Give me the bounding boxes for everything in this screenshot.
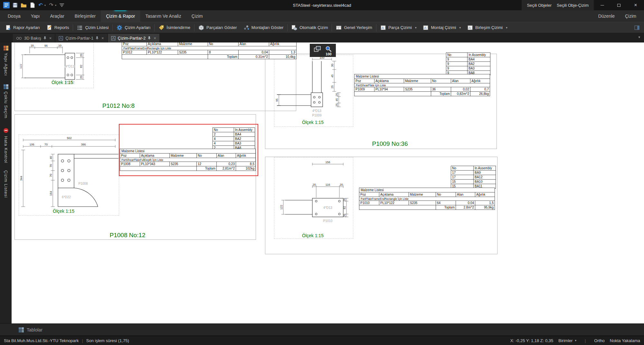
cizim-ayarlari-button[interactable]: Çizim Ayarları — [113, 23, 154, 32]
zoom-tool[interactable]: 100 — [325, 46, 332, 56]
copy-view-icon[interactable] — [314, 46, 321, 53]
tab-list-chevron-icon[interactable]: ▾ — [638, 35, 640, 39]
tab-cizim-right[interactable]: Çizim — [620, 10, 641, 22]
doc-tab-3d-bakis[interactable]: 3D Bakış × — [13, 34, 55, 42]
dim-label: 100 — [319, 57, 324, 59]
doc-tab-cizim-partlar-2[interactable]: Çizim-Partlar-2 × — [108, 34, 159, 42]
part-drawing-p1012[interactable]: 20 96 20 122 20 82 20 4*D13 P1012 — [20, 42, 104, 85]
dim-label: 20 — [80, 54, 83, 57]
toolbar-separator — [287, 24, 288, 31]
zoom-overlay: 100 — [310, 44, 336, 57]
minimize-button[interactable] — [594, 0, 611, 10]
material-table-p1009[interactable]: Malzeme Listesi Poz Açıklama Malzeme No … — [354, 74, 490, 96]
snap-toggle[interactable]: Nokta Yakalama — [610, 338, 640, 343]
part-drawing-p1010[interactable]: 156 20 116 20 122 20 82 20 4*D13 P1010 — [274, 159, 353, 227]
otomatik-cizim-button[interactable]: Otomatik Çizim — [288, 23, 331, 32]
tab-dosya[interactable]: Dosya — [3, 10, 26, 22]
parcalari-goster-button[interactable]: Parçaları Göster — [195, 23, 240, 32]
tab-yapi[interactable]: Yapı — [26, 10, 45, 22]
assembly-table-p1008[interactable]: No In Assembly 2 BA4 4 BA2 4 BA3 2 BA8 — [213, 127, 255, 150]
pin-icon[interactable] — [43, 36, 46, 40]
title-bar: STASteel -seyirterası.steel4cad ↶ ▾ ↷ ▾ — [0, 0, 644, 10]
tab-duzenle[interactable]: Düzenle — [593, 10, 620, 22]
close-tab-icon[interactable]: × — [49, 36, 52, 41]
sidebar-item-yapi-agaci[interactable]: Yapı Ağacı — [4, 53, 8, 76]
tab-araclar[interactable]: Araçlar — [45, 10, 69, 22]
material-table-p1008[interactable]: Malzeme Listesi Poz Açıklama Malzeme No … — [120, 149, 256, 171]
table-row: 2 BA4 — [213, 132, 255, 136]
isimlendirme-button[interactable]: İsimlendirme — [155, 23, 194, 32]
dim-label: 96 — [44, 44, 48, 47]
dim-label: 562 — [67, 136, 71, 140]
doc-tab-cizim-partlar-1[interactable]: Çizim-Partlar-1 × — [55, 34, 107, 42]
parca-cizimi-button[interactable]: Parça Çizimi ▾ — [377, 23, 420, 32]
tab-cizim-rapor[interactable]: Test Çizim & Rapor — [101, 10, 140, 22]
sidebar-item-cizim-listesi[interactable]: Çizim Listesi — [4, 170, 8, 198]
table-total-row: Toplam 0.31m^2 10,4kg — [122, 54, 296, 59]
selected-objects-label[interactable]: Seçili Objeler — [524, 3, 554, 8]
tab-tasarim-analiz[interactable]: Tasarım Ve Analiz — [140, 10, 186, 22]
tables-panel-bar[interactable]: Tablolar — [0, 323, 644, 336]
last-operation-time: Son işlem süresi (1,75) — [86, 338, 129, 343]
ribbon-tab-bar: Dosya Yapı Araçlar Birleşimler Test Çizi… — [0, 10, 644, 22]
close-button[interactable]: × — [627, 0, 644, 10]
part-number-label: P1010 — [323, 219, 333, 223]
dim-label: 70 — [44, 143, 48, 146]
part-drawing-p1009[interactable]: 100 30 45 25 95 25 45 25 4*D13 P1009 — [274, 57, 353, 120]
genel-yerlesim-button[interactable]: Genel Yerleşim — [333, 23, 375, 32]
montajlari-goster-button[interactable]: Montajları Göster — [240, 23, 287, 32]
sidebar-item-hata-kontrol[interactable]: Hata Kontrol — [4, 136, 8, 163]
ortho-toggle[interactable]: Ortho — [594, 338, 605, 343]
rapor-ayarlari-button[interactable]: Rapor Ayarları — [2, 23, 43, 32]
table-data-row: P1012 PL10*122 S235 8 0,04 1,3 — [122, 50, 296, 54]
bolt-count-label: 6*D22 — [62, 195, 71, 199]
dim-label: 70 — [49, 164, 52, 167]
units-dropdown[interactable]: Birimler ▾ — [558, 338, 576, 343]
pin-icon[interactable] — [148, 36, 151, 40]
open-folder-icon[interactable] — [21, 2, 27, 8]
tab-cizim[interactable]: Çizim — [186, 10, 208, 22]
montaj-cizimi-button[interactable]: Montaj Çizimi ▾ — [420, 23, 464, 32]
layout-icon — [336, 25, 342, 31]
table-total-row: Toplam 2,81m^2 102kg — [120, 166, 255, 171]
birlesim-cizimi-button[interactable]: Birleşim Çizimi ▾ — [464, 23, 511, 32]
connection-drawing-icon — [467, 25, 473, 31]
tab-birlesimler[interactable]: Birleşimler — [70, 10, 101, 22]
part-drawing-p1008[interactable]: 562 106 70 386 344 40 70 70 164 — [20, 136, 120, 208]
dim-label: 20 — [313, 183, 316, 186]
dim-label: 45 — [331, 74, 334, 78]
new-document-icon[interactable] — [29, 2, 35, 8]
drawing-tab-icon — [111, 36, 116, 41]
maximize-button[interactable] — [611, 0, 627, 10]
error-badge-icon[interactable] — [4, 128, 8, 133]
redo-dropdown-icon[interactable]: ▾ — [55, 4, 56, 7]
material-table-p1010[interactable]: Malzeme Listesi Poz Açıklama Malzeme No … — [359, 188, 495, 210]
close-tab-icon[interactable]: × — [154, 36, 156, 41]
assembly-table-p1009[interactable]: No In Assembly 9 BA4 9 BA2 9 BA3 9 BA8 — [446, 52, 490, 75]
panel-toggle-icon[interactable] — [634, 25, 639, 30]
multi-select-icon[interactable] — [4, 84, 8, 89]
assembly-table-p1010[interactable]: No In Assembly 17 BA9 17 BA12 15 BA10 15 — [451, 166, 496, 189]
pin-icon[interactable] — [96, 36, 99, 40]
save-icon[interactable] — [12, 2, 18, 8]
app-logo-icon — [3, 2, 10, 8]
sidebar-item-coklu-secim[interactable]: Çoklu Seçim — [4, 91, 8, 118]
cizim-listesi-button[interactable]: Çizim Listesi — [74, 23, 112, 32]
structure-tree-icon[interactable] — [4, 46, 8, 51]
redo-icon[interactable]: ↷ — [48, 2, 54, 8]
table-total-row: Toplam 0,82m^2 26,8kg — [355, 91, 490, 96]
close-tab-icon[interactable]: × — [101, 36, 104, 41]
auto-drawing-icon — [291, 25, 297, 31]
reports-button[interactable]: Reports — [43, 23, 72, 32]
dim-label: 386 — [81, 143, 86, 146]
dim-label: 122 — [20, 64, 22, 69]
undo-icon[interactable]: ↶ — [38, 2, 43, 8]
filter-icon[interactable] — [59, 2, 65, 8]
cad-canvas[interactable]: 20 96 20 122 20 82 20 4*D13 P1012 Ölçek … — [12, 42, 644, 323]
selected-object-drawing-label[interactable]: Seçili Obje-Çizim — [554, 3, 591, 8]
table-data-row: P1009 PL10*94 S235 36 0,02 0,7 — [355, 87, 490, 91]
undo-dropdown-icon[interactable]: ▾ — [44, 4, 46, 7]
scale-label-p1010: Ölçek 1:15 — [302, 233, 324, 238]
table-subtitle: PartShearPlateFullDepth İçin Liste — [120, 158, 255, 162]
material-table-p1012[interactable]: Poz Açıklama Malzeme No Alan Ağırlık Par… — [122, 42, 297, 59]
